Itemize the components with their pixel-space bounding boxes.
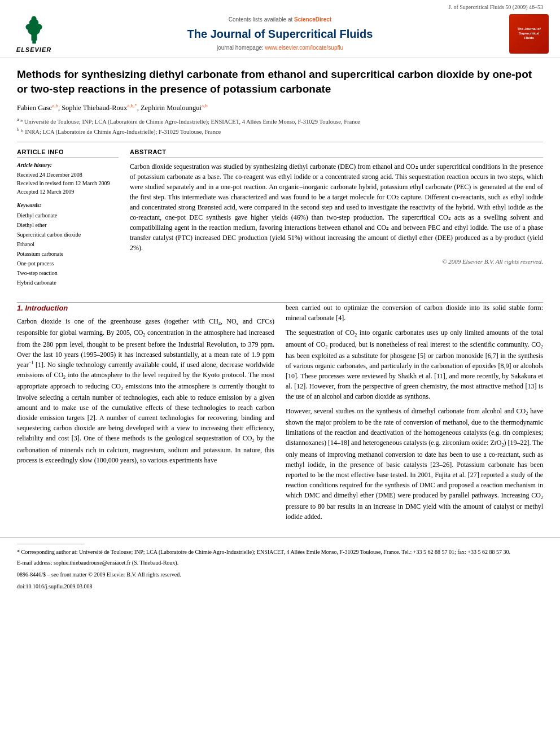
footnotes: * Corresponding author at: Université de… (0, 538, 560, 596)
body-col-right: been carried out to optimize the convers… (286, 303, 543, 526)
article-info-abstract: ARTICLE INFO Article history: Received 2… (17, 148, 543, 293)
elsevier-logo: ELSEVIER (11, 14, 56, 54)
corresponding-footnote: * Corresponding author at: Université de… (17, 548, 543, 556)
keyword-5: Potassium carbonate (17, 249, 119, 259)
email-footnote: E-mail address: sophie.thiebaudrouxe@ens… (17, 558, 543, 567)
page: J. of Supercritical Fluids 50 (2009) 46–… (0, 0, 560, 747)
keyword-1: Diethyl carbonate (17, 211, 119, 220)
intro-para-3: The sequestration of CO2 into organic ca… (286, 327, 543, 401)
affiliations: a ᵃ Université de Toulouse; INP; LCA (La… (17, 116, 543, 136)
received-date: Received 24 December 2008 (17, 171, 119, 179)
keyword-6: One-pot process (17, 259, 119, 268)
intro-para-2: been carried out to optimize the convers… (286, 303, 543, 323)
copyright: © 2009 Elsevier B.V. All rights reserved… (130, 257, 543, 266)
abstract-header: ABSTRACT (130, 148, 543, 158)
body-col-left: 1. Introduction Carbon dioxide is one of… (17, 303, 274, 526)
journal-citation: J. of Supercritical Fluids 50 (2009) 46–… (11, 3, 549, 11)
footnote-divider (17, 544, 85, 544)
issn-line: 0896-8446/$ – see front matter © 2009 El… (17, 570, 543, 579)
doi-line: doi:10.1016/j.supflu.2009.03.008 (17, 582, 543, 591)
keywords-section: Keywords: Diethyl carbonate Diethyl ethe… (17, 202, 119, 287)
affiliation-a: a ᵃ Université de Toulouse; INP; LCA (La… (17, 116, 543, 126)
header-center: Contents lists available at ScienceDirec… (56, 16, 504, 52)
abstract-text: Carbon dioxide sequestration was studied… (130, 161, 543, 253)
elsevier-text: ELSEVIER (16, 46, 51, 54)
article-content: Methods for synthesizing diethyl carbona… (0, 58, 560, 302)
keyword-4: Ethanol (17, 239, 119, 249)
article-history: Article history: Received 24 December 20… (17, 161, 119, 196)
journal-homepage: journal homepage: www.elsevier.com/locat… (56, 44, 504, 52)
divider (17, 142, 543, 142)
affiliation-b: b ᵇ INRA; LCA (Laboratoire de Chimie Agr… (17, 126, 543, 136)
sciencedirect-label: Contents lists available at (229, 16, 292, 23)
section1-title: 1. Introduction (17, 303, 274, 314)
abstract-col: ABSTRACT Carbon dioxide sequestration wa… (130, 148, 543, 293)
keywords-list: Diethyl carbonate Diethyl ether Supercri… (17, 211, 119, 287)
intro-para-1: Carbon dioxide is one of the greenhouse … (17, 316, 274, 465)
revised-date: Received in revised form 12 March 2009 (17, 179, 119, 187)
intro-para-4: However, several studies on the synthesi… (286, 406, 543, 522)
supercritical-fluids-logo: The Journal ofSupercriticalFluids (509, 14, 549, 54)
sciencedirect-line: Contents lists available at ScienceDirec… (56, 16, 504, 24)
sciencedirect-name: ScienceDirect (294, 16, 331, 23)
article-info-header: ARTICLE INFO (17, 148, 119, 158)
svg-rect-7 (33, 34, 35, 44)
history-items: Received 24 December 2008 Received in re… (17, 171, 119, 196)
journal-header: J. of Supercritical Fluids 50 (2009) 46–… (0, 0, 560, 58)
article-info-col: ARTICLE INFO Article history: Received 2… (17, 148, 119, 293)
journal-logo-right: The Journal ofSupercriticalFluids (504, 14, 549, 54)
article-title: Methods for synthesizing diethyl carbona… (17, 67, 543, 96)
keyword-8: Hybrid carbonate (17, 278, 119, 287)
history-label: Article history: (17, 161, 119, 169)
body-columns: 1. Introduction Carbon dioxide is one of… (17, 303, 543, 526)
elsevier-tree-icon (19, 14, 50, 45)
journal-title: The Journal of Supercritical Fluids (56, 26, 504, 42)
accepted-date: Accepted 12 March 2009 (17, 187, 119, 196)
homepage-url: www.elsevier.com/locate/supflu (265, 45, 343, 51)
keywords-label: Keywords: (17, 202, 119, 209)
svg-point-6 (31, 16, 36, 21)
logo-text: The Journal ofSupercriticalFluids (517, 27, 540, 40)
authors: Fabien Gasca,b, Sophie Thiebaud-Rouxa,b,… (17, 102, 543, 113)
keyword-3: Supercritical carbon dioxide (17, 230, 119, 239)
keyword-7: Two-step reaction (17, 268, 119, 278)
main-body: 1. Introduction Carbon dioxide is one of… (0, 303, 560, 538)
keyword-2: Diethyl ether (17, 220, 119, 230)
